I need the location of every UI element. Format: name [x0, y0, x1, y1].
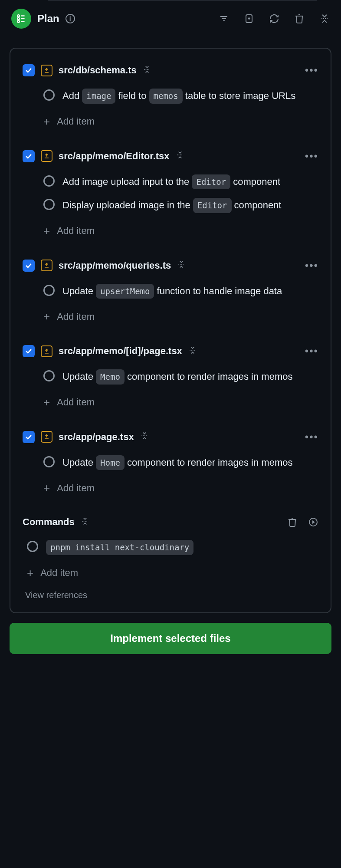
file-group: src/app/memo/Editor.tsx•••Add image uplo… — [23, 150, 318, 238]
task-row: Update Memo component to render images i… — [23, 365, 318, 389]
file-path[interactable]: src/app/page.tsx — [59, 431, 134, 443]
task-radio[interactable] — [43, 175, 55, 187]
svg-point-0 — [17, 15, 20, 17]
task-row: Add image upload input to the Editor com… — [23, 170, 318, 194]
code-pill: Memo — [96, 369, 125, 385]
file-header: src/app/memo/[id]/page.tsx••• — [23, 345, 318, 357]
add-item-label: Add item — [57, 225, 95, 237]
file-checkbox[interactable] — [23, 431, 35, 443]
file-header: src/app/memo/queries.ts••• — [23, 260, 318, 272]
task-text: Add image upload input to the Editor com… — [62, 174, 280, 190]
task-radio[interactable] — [43, 285, 55, 296]
command-text: pnpm install next-cloudinary — [46, 540, 193, 555]
trash-icon[interactable] — [294, 13, 305, 24]
file-checkbox[interactable] — [23, 260, 35, 272]
plus-icon: + — [43, 224, 50, 238]
task-row: Add image field to memos table to store … — [23, 84, 318, 108]
add-item-label: Add item — [57, 116, 95, 127]
file-diff-icon — [41, 431, 52, 443]
add-item-button[interactable]: +Add item — [23, 108, 318, 128]
file-header: src/app/memo/Editor.tsx••• — [23, 150, 318, 162]
insert-between-icon[interactable] — [140, 431, 149, 442]
view-references-link[interactable]: View references — [23, 580, 318, 605]
plus-icon: + — [43, 310, 50, 323]
insert-between-icon[interactable] — [188, 346, 197, 357]
add-item-label: Add item — [57, 483, 95, 494]
task-radio[interactable] — [43, 199, 55, 210]
file-header: src/app/page.tsx••• — [23, 431, 318, 443]
code-pill: pnpm install next-cloudinary — [46, 540, 193, 555]
task-text: Display uploaded image in the Editor com… — [62, 198, 281, 213]
file-group: src/db/schema.ts•••Add image field to me… — [23, 64, 318, 128]
commands-title: Commands — [23, 516, 75, 528]
file-checkbox[interactable] — [23, 64, 35, 76]
file-diff-icon — [41, 260, 52, 271]
plan-avatar-icon — [11, 9, 31, 29]
task-text: Add image field to memos table to store … — [62, 89, 295, 104]
task-row: Update upsertMemo function to handle ima… — [23, 279, 318, 303]
plan-panel: src/db/schema.ts•••Add image field to me… — [10, 48, 331, 613]
insert-between-icon[interactable] — [176, 151, 184, 161]
commands-header: Commands — [23, 516, 318, 528]
code-pill: Home — [96, 455, 125, 470]
file-path[interactable]: src/app/memo/[id]/page.tsx — [59, 345, 182, 357]
refresh-icon[interactable] — [269, 13, 279, 24]
task-row: Display uploaded image in the Editor com… — [23, 194, 318, 217]
task-radio[interactable] — [43, 370, 55, 381]
file-group: src/app/memo/[id]/page.tsx•••Update Memo… — [23, 345, 318, 409]
file-checkbox[interactable] — [23, 150, 35, 162]
code-pill: upsertMemo — [96, 284, 154, 299]
add-item-button[interactable]: +Add item — [23, 389, 318, 409]
file-path[interactable]: src/app/memo/queries.ts — [59, 260, 171, 271]
file-checkbox[interactable] — [23, 345, 35, 357]
trash-icon[interactable] — [287, 517, 298, 527]
task-row: Update Home component to render images i… — [23, 451, 318, 475]
commands-actions — [287, 517, 318, 527]
svg-marker-30 — [312, 520, 315, 524]
plus-icon: + — [43, 481, 50, 495]
file-group: src/app/memo/queries.ts•••Update upsertM… — [23, 260, 318, 324]
file-path[interactable]: src/db/schema.ts — [59, 65, 137, 76]
kebab-menu-icon[interactable]: ••• — [305, 150, 318, 162]
kebab-menu-icon[interactable]: ••• — [305, 345, 318, 357]
insert-between-icon[interactable] — [81, 517, 89, 528]
kebab-menu-icon[interactable]: ••• — [305, 64, 318, 76]
play-icon[interactable] — [308, 517, 318, 527]
add-item-label: Add item — [57, 397, 95, 408]
kebab-menu-icon[interactable]: ••• — [305, 431, 318, 443]
svg-point-4 — [17, 20, 20, 23]
add-item-label: Add item — [57, 311, 95, 322]
task-radio[interactable] — [43, 456, 55, 467]
kebab-menu-icon[interactable]: ••• — [305, 260, 318, 272]
plan-title: Plan — [37, 13, 59, 25]
task-text: Update Memo component to render images i… — [62, 369, 292, 385]
plus-icon: + — [43, 396, 50, 409]
add-item-button[interactable]: + Add item — [23, 559, 318, 580]
insert-between-icon[interactable] — [177, 260, 186, 271]
add-item-button[interactable]: +Add item — [23, 217, 318, 238]
add-item-button[interactable]: +Add item — [23, 474, 318, 495]
task-text: Update upsertMemo function to handle ima… — [62, 284, 282, 299]
add-item-button[interactable]: +Add item — [23, 303, 318, 323]
plus-icon: + — [43, 115, 50, 128]
code-pill: image — [82, 89, 115, 104]
task-text: Update Home component to render images i… — [62, 455, 292, 470]
filter-icon[interactable] — [219, 13, 229, 24]
file-group: src/app/page.tsx•••Update Home component… — [23, 431, 318, 495]
file-path[interactable]: src/app/memo/Editor.tsx — [59, 151, 170, 162]
implement-button[interactable]: Implement selected files — [10, 623, 331, 654]
info-icon[interactable]: i — [66, 14, 75, 23]
collapse-icon[interactable] — [319, 13, 330, 24]
task-radio[interactable] — [27, 541, 38, 552]
code-pill: Editor — [193, 198, 232, 213]
task-radio[interactable] — [43, 89, 55, 101]
add-file-icon[interactable] — [244, 13, 254, 24]
insert-between-icon[interactable] — [143, 65, 151, 76]
file-header: src/db/schema.ts••• — [23, 64, 318, 76]
command-row: pnpm install next-cloudinary — [23, 536, 318, 559]
plus-icon: + — [27, 566, 33, 580]
add-item-label: Add item — [40, 567, 78, 579]
code-pill: Editor — [192, 174, 230, 190]
file-diff-icon — [41, 150, 52, 162]
svg-point-2 — [17, 18, 20, 20]
